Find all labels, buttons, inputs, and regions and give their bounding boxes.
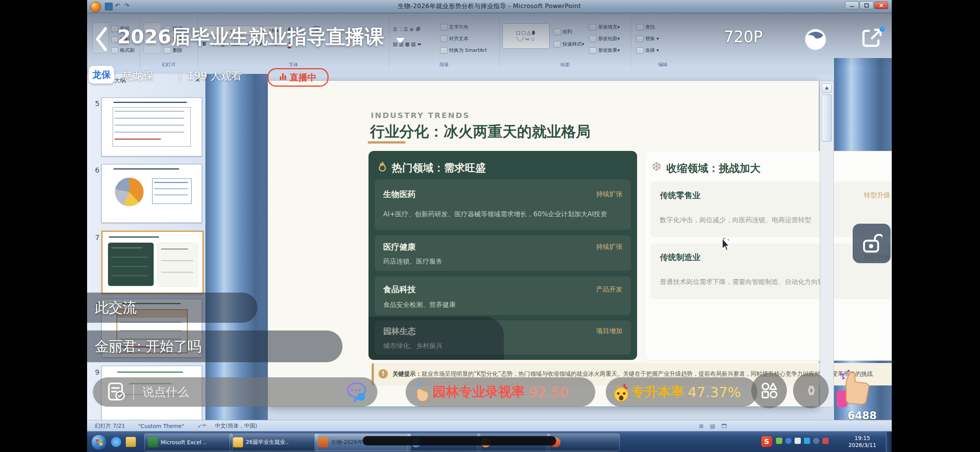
thumbs-up-sticker[interactable] — [834, 368, 873, 409]
reaction-badge-1-text: 园林专业录视率 — [433, 383, 525, 401]
chat-message-text: 金丽君: 开始了吗 — [95, 337, 202, 356]
powerpoint-icon — [318, 437, 328, 447]
streamer-divider: ｜ — [175, 69, 185, 81]
hot-sector-panel: 热门领域：需求旺盛 生物医药 持续扩张 AI+医疗、创新药研发、医疗器械等领域需… — [368, 151, 637, 360]
hot-panel-header: 热门领域：需求旺盛 — [392, 161, 486, 175]
cold-card-tag: 转型升级 — [864, 191, 890, 200]
explorer-icon[interactable] — [126, 437, 136, 447]
reaction-badge-1[interactable]: 园林专业录视率 92.50 — [406, 377, 595, 407]
scrollbar-thumb[interactable] — [822, 94, 832, 142]
vertical-scrollbar[interactable]: ▲ — [820, 81, 834, 407]
reaction-badge-2-text: 专升本率 — [631, 383, 684, 401]
desktop-gap-left — [205, 74, 268, 420]
minimize-button[interactable] — [845, 1, 859, 9]
show-desktop-button[interactable] — [886, 431, 892, 452]
share-icon[interactable] — [859, 26, 885, 51]
message-list-icon[interactable] — [108, 382, 125, 402]
view-mode-icons[interactable]: ⊞ ▤ 🗖 — [699, 423, 729, 429]
ppt-titlebar: ↶ ↷ 生物-2026年就业形势分析与择业指导 - Microsoft Powe… — [87, 0, 892, 13]
taskbar-window-excel[interactable]: Microsoft Excel .. — [144, 433, 233, 451]
thumb-number: 6 — [91, 166, 99, 174]
hot-card-name: 生物医药 — [383, 189, 416, 200]
status-slide-number: 幻灯片 7/21 — [95, 423, 125, 430]
folder-icon — [233, 437, 243, 447]
live-bars-icon — [280, 73, 287, 82]
stream-title: 2026届毕业生就业指导直播课 — [117, 24, 384, 50]
stream-title-dropdown-icon[interactable] — [396, 38, 404, 43]
hot-card-tag: 持续扩张 — [596, 190, 622, 199]
taskbar-window-folder[interactable]: 26届毕业生就业.. — [230, 433, 318, 451]
letterbox-left — [0, 0, 87, 452]
reaction-badge-2-value: 47.37% — [688, 384, 741, 400]
cold-card-desc: 数字化冲击，岗位减少，向医药连锁、电商运营转型 — [660, 216, 811, 224]
viewer-count: 199 人观看 — [187, 69, 242, 83]
close-button[interactable] — [874, 1, 888, 9]
cold-card-name: 传统零售业 — [660, 190, 701, 201]
chat-bubble-icon[interactable] — [345, 382, 367, 402]
chat-shadow-overlay — [368, 317, 504, 360]
start-button[interactable] — [91, 434, 107, 450]
hot-card-desc: 药店连锁、医疗服务 — [383, 257, 442, 266]
hot-card-desc: 食品安全检测、营养健康 — [383, 300, 456, 309]
chat-message: 此交流 — [87, 293, 257, 323]
slide-thumb-5[interactable] — [101, 98, 202, 156]
like-count: 6488 — [848, 409, 877, 421]
link-icon — [802, 381, 820, 400]
streamer-badge[interactable]: 龙保 — [89, 66, 114, 84]
hot-card-3: 食品科技 产品开发 食品安全检测、营养健康 — [375, 276, 631, 315]
screen-content: ↶ ↷ 生物-2026年就业形势分析与择业指导 - Microsoft Powe… — [87, 0, 892, 452]
clock[interactable]: 19:15 2026/3/11 — [845, 435, 880, 449]
tip-label: 关键提示： — [392, 370, 421, 377]
slide-canvas: INDUSTRY TRENDS 行业分化：冰火两重天的就业格局 热门领域：需求旺… — [268, 81, 819, 406]
streamer-name: 慈龙保 — [122, 69, 154, 83]
live-badge-label: 直播中 — [290, 72, 317, 84]
reaction-badge-2[interactable]: 专升本率 47.37% — [606, 377, 757, 407]
status-language: 中文(简体，中国) — [215, 423, 257, 430]
chat-input-pill[interactable]: 说点什么 — [93, 377, 377, 407]
link-button[interactable] — [793, 373, 829, 408]
thumb-number: 5 — [91, 99, 99, 108]
exploding-head-emoji — [611, 381, 631, 403]
ppt-statusbar: 幻灯片 7/21 "Custom Theme" ✓ᵃᵇ 中文(简体，中国) ⊞ … — [87, 420, 892, 431]
taskbar-overlay-pill — [363, 436, 556, 445]
hot-card-tag: 项目增加 — [596, 327, 622, 336]
chat-message: 金丽君: 开始了吗 — [87, 330, 343, 362]
hot-card-tag: 持续扩张 — [596, 242, 622, 251]
maximize-button[interactable] — [860, 1, 874, 9]
mouse-cursor — [720, 238, 732, 253]
snowflake-icon: ❆ — [652, 160, 661, 173]
quality-selector[interactable]: 720P — [724, 28, 762, 46]
slide-title: 行业分化：冰火两重天的就业格局 — [370, 122, 591, 142]
cold-card-name: 传统制造业 — [660, 252, 701, 263]
shapes-grid-icon — [760, 382, 778, 399]
slide-thumb-6[interactable] — [101, 164, 202, 223]
input-divider — [133, 384, 134, 400]
screenshot-stage: ↶ ↷ 生物-2026年就业形势分析与择业指导 - Microsoft Powe… — [0, 0, 980, 452]
theme-toggle-icon[interactable] — [802, 26, 829, 53]
chat-message-text: 此交流 — [95, 298, 137, 317]
slides-thumbnail-panel: 大纲 × 5 6 — [87, 74, 206, 420]
hot-card-name: 食品科技 — [383, 284, 416, 295]
back-icon[interactable] — [93, 26, 110, 52]
spellcheck-icon[interactable]: ✓ᵃᵇ — [197, 423, 206, 429]
hot-card-name: 医疗健康 — [383, 241, 416, 252]
thumb-number: 9 — [91, 368, 99, 376]
slide-thumb-7-selected[interactable] — [101, 231, 204, 294]
letterbox-right — [892, 0, 980, 452]
unlock-icon — [861, 232, 882, 255]
taskbar-window-6[interactable] — [547, 433, 620, 451]
slide-eyebrow: INDUSTRY TRENDS — [371, 111, 470, 120]
reaction-badge-1-value: 92.50 — [529, 384, 569, 400]
clock-time: 19:15 — [845, 435, 880, 442]
tray-icons[interactable] — [776, 438, 829, 444]
scroll-up-icon[interactable]: ▲ — [822, 84, 832, 93]
chat-input[interactable]: 说点什么 — [142, 384, 189, 400]
live-badge: 直播中 — [267, 68, 329, 87]
alert-icon: ! — [379, 369, 388, 378]
ime-sogou-icon[interactable]: S — [761, 436, 772, 447]
screen-lock-button[interactable] — [853, 224, 891, 263]
clap-emoji — [413, 381, 433, 403]
more-panels-button[interactable] — [751, 373, 787, 408]
ie-icon[interactable] — [111, 437, 121, 447]
hot-card-tag: 产品开发 — [596, 285, 622, 294]
